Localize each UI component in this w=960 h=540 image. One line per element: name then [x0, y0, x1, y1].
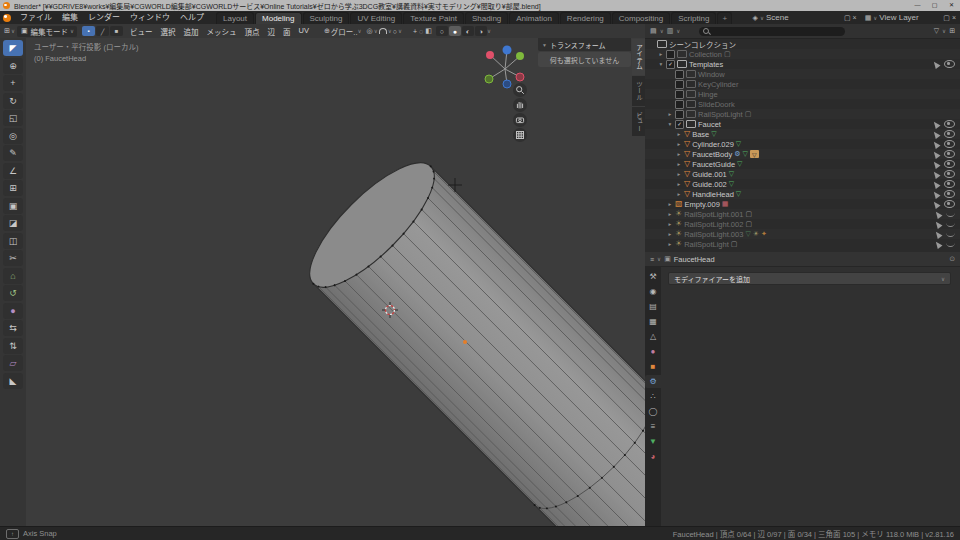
viewport-menu-item[interactable]: メッシュ: [203, 26, 241, 37]
menu-item[interactable]: ヘルプ: [175, 12, 209, 24]
editor-type-icon[interactable]: ⊞: [3, 27, 11, 35]
unlink-scene-icon[interactable]: ×: [853, 14, 857, 21]
hide-eye-icon[interactable]: [944, 120, 955, 128]
pan-hand-button[interactable]: [513, 98, 527, 112]
viewport-menu-item[interactable]: 頂点: [241, 26, 264, 37]
selectable-cursor-icon[interactable]: [933, 229, 942, 238]
orientation-label[interactable]: グロー..: [331, 26, 358, 37]
viewport-menu-item[interactable]: 選択: [157, 26, 180, 37]
collection-checkbox[interactable]: [675, 90, 684, 99]
mode-dropdown[interactable]: ▣ 編集モード ∨: [17, 26, 77, 37]
navigation-gizmo[interactable]: [485, 46, 524, 89]
tab-uv-editing[interactable]: UV Editing: [350, 12, 402, 24]
tool-extrude-region-icon[interactable]: ⊞: [3, 180, 23, 196]
shading-rendered-icon[interactable]: ◑: [475, 26, 487, 36]
collection-checkbox[interactable]: ✓: [666, 60, 675, 69]
tab-modeling[interactable]: Modeling: [255, 12, 301, 24]
axis-x-ball[interactable]: [486, 51, 494, 59]
outliner-row-base[interactable]: ▸▽Base▽: [645, 129, 960, 139]
remove-view-layer-icon[interactable]: ×: [952, 14, 956, 21]
hidden-eye-icon[interactable]: [946, 222, 955, 227]
shading-solid-icon[interactable]: ●: [449, 26, 461, 36]
expand-icon[interactable]: ▸: [676, 181, 682, 187]
tool-transform-icon[interactable]: ◎: [3, 128, 23, 144]
tool-cursor-icon[interactable]: ⊕: [3, 58, 23, 74]
tab-rendering[interactable]: Rendering: [560, 12, 611, 24]
expand-icon[interactable]: ▸: [676, 131, 682, 137]
hide-eye-icon[interactable]: [944, 180, 955, 188]
expand-icon[interactable]: ▾: [667, 121, 673, 127]
scene-name[interactable]: Scene: [766, 13, 842, 22]
selectable-cursor-icon[interactable]: [931, 159, 940, 168]
npanel-tab-item[interactable]: ビュー: [632, 107, 645, 137]
selectable-cursor-icon[interactable]: [931, 149, 940, 158]
expand-icon[interactable]: ▸: [658, 51, 664, 57]
tab-view-layer-icon[interactable]: ▦: [645, 315, 661, 328]
viewport-menu-item[interactable]: 辺: [264, 26, 280, 37]
tab-compositing[interactable]: Compositing: [612, 12, 670, 24]
tab-modifiers-icon[interactable]: ⚙: [645, 375, 661, 388]
collection-checkbox[interactable]: [675, 110, 684, 119]
snap-magnet-icon[interactable]: [379, 28, 387, 34]
tool-shear-icon[interactable]: ▱: [3, 355, 23, 371]
tool-shrink-fatten-icon[interactable]: ⇅: [3, 338, 23, 354]
tool-select-box-icon[interactable]: ◤: [3, 40, 23, 56]
tab-tool-icon[interactable]: ⚒: [645, 270, 661, 283]
expand-icon[interactable]: ▸: [676, 161, 682, 167]
tab-shading[interactable]: Shading: [465, 12, 508, 24]
outliner-row-railspotlight-002[interactable]: ▸☀RailSpotLight.002▢: [645, 219, 960, 229]
expand-icon[interactable]: ▸: [667, 211, 673, 217]
outliner-display-dropdown-icon[interactable]: ∨: [676, 28, 680, 34]
outliner-row-slidedoork[interactable]: SlideDoork: [645, 99, 960, 109]
expand-icon[interactable]: ▸: [676, 141, 682, 147]
pin-icon[interactable]: ⊙: [949, 255, 955, 263]
outliner-row-faucetguide[interactable]: ▸▽FaucetGuide▽: [645, 159, 960, 169]
outliner-row-collection[interactable]: ▸Collection▢: [645, 49, 960, 59]
properties-editor-dropdown-icon[interactable]: ∨: [657, 256, 661, 262]
ortho-grid-button[interactable]: [513, 128, 527, 142]
select-mode-edge-icon[interactable]: ╱: [96, 26, 109, 36]
new-scene-icon[interactable]: ▢: [844, 14, 851, 22]
outliner-search-input[interactable]: [699, 27, 845, 36]
tab-object-icon[interactable]: ■: [645, 360, 661, 373]
hide-eye-icon[interactable]: [944, 160, 955, 168]
collection-checkbox[interactable]: [666, 50, 675, 59]
collection-checkbox[interactable]: [675, 80, 684, 89]
outliner-row-window[interactable]: Window: [645, 69, 960, 79]
add-workspace-button[interactable]: +: [717, 12, 732, 24]
filter-dropdown-icon[interactable]: ∨: [942, 28, 946, 34]
menu-item[interactable]: ファイル: [15, 12, 57, 24]
tab-texture-paint[interactable]: Texture Paint: [403, 12, 464, 24]
expand-icon[interactable]: ▸: [667, 111, 673, 117]
selectable-cursor-icon[interactable]: [931, 119, 940, 128]
collection-checkbox[interactable]: [675, 70, 684, 79]
tab-object-data-icon[interactable]: ▼: [645, 435, 661, 448]
new-collection-icon[interactable]: ⊞: [949, 27, 955, 35]
collection-checkbox[interactable]: [675, 100, 684, 109]
outliner-row-cylinder-029[interactable]: ▸▽Cylinder.029▽: [645, 139, 960, 149]
pivot-dropdown-icon[interactable]: ∨: [374, 28, 378, 34]
selectable-cursor-icon[interactable]: [933, 219, 942, 228]
tab-material-icon[interactable]: ◕: [645, 450, 661, 463]
maximize-icon[interactable]: ▢: [926, 0, 943, 11]
transform-panel-header[interactable]: ▼ トランスフォーム: [538, 38, 631, 51]
outliner-row-railspotlight-001[interactable]: ▸☀RailSpotLight.001▢: [645, 209, 960, 219]
tab-animation[interactable]: Animation: [509, 12, 559, 24]
properties-editor-icon[interactable]: ≡: [650, 256, 654, 263]
menu-item[interactable]: 編集: [57, 12, 83, 24]
tool-measure-icon[interactable]: ∠: [3, 163, 23, 179]
tool-knife-icon[interactable]: ✂: [3, 250, 23, 266]
select-mode-vertex-icon[interactable]: ▪: [82, 26, 95, 36]
tab-particles-icon[interactable]: ∴: [645, 390, 661, 403]
outliner-row-railspotlight[interactable]: ▸RailSpotLight▢: [645, 109, 960, 119]
tab-physics-icon[interactable]: ◯: [645, 405, 661, 418]
blender-menu-icon[interactable]: [3, 14, 11, 22]
axis-z-neg-ball[interactable]: [503, 80, 511, 88]
view-layer-name[interactable]: View Layer: [879, 13, 941, 22]
tab-layout[interactable]: Layout: [216, 12, 254, 24]
outliner-editor-icon[interactable]: ▤: [650, 27, 657, 35]
tab-constraints-icon[interactable]: ≡: [645, 420, 661, 433]
hidden-eye-icon[interactable]: [946, 242, 955, 247]
outliner-display-mode-icon[interactable]: ▥: [667, 27, 674, 35]
outliner-editor-dropdown-icon[interactable]: ∨: [660, 28, 664, 34]
